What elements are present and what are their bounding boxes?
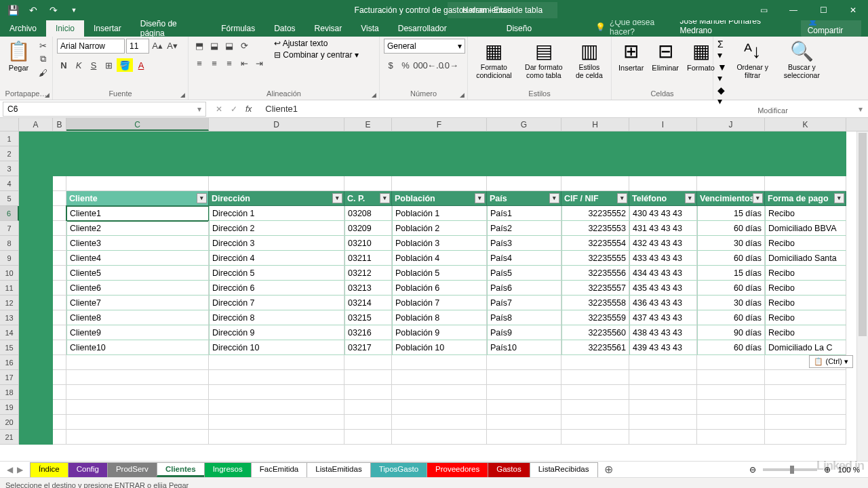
number-launcher-icon[interactable]: ◢	[460, 92, 465, 98]
paste-button[interactable]: 📋 Pegar	[4, 39, 33, 73]
tab-design[interactable]: Diseño	[497, 20, 541, 37]
tab-insert[interactable]: Insertar	[84, 20, 131, 37]
maximize-icon[interactable]: ☐	[808, 0, 838, 20]
qat-customize-icon[interactable]: ▼	[66, 3, 81, 18]
cell[interactable]	[561, 131, 629, 146]
sheet-nav-next-icon[interactable]: ▶	[17, 465, 23, 474]
copy-icon[interactable]: ⧉	[36, 52, 50, 66]
align-center-icon[interactable]: ≡	[208, 56, 221, 70]
font-launcher-icon[interactable]: ◢	[180, 92, 185, 98]
row-header[interactable]: 12	[0, 296, 19, 310]
cell[interactable]: 32235555	[561, 251, 629, 266]
cell[interactable]: 15 días	[697, 266, 765, 281]
filter-dropdown-icon[interactable]: ▾	[617, 193, 627, 203]
cell[interactable]	[392, 385, 487, 400]
cell[interactable]	[629, 415, 697, 430]
row-header[interactable]: 3	[0, 161, 19, 176]
cell[interactable]: 60 días	[697, 281, 765, 296]
cell[interactable]	[697, 131, 765, 146]
sort-filter-button[interactable]: ᴬ↓Ordenar y filtrar	[732, 39, 773, 81]
cell[interactable]	[561, 161, 629, 176]
cell[interactable]	[344, 131, 392, 146]
cell[interactable]: Recibo	[765, 325, 846, 340]
cell[interactable]	[561, 415, 629, 430]
row-header[interactable]: 4	[0, 176, 19, 191]
filter-dropdown-icon[interactable]: ▾	[753, 193, 763, 203]
cell[interactable]	[487, 430, 561, 445]
cell[interactable]: Recibo	[765, 206, 846, 221]
cell[interactable]	[19, 310, 53, 325]
cell[interactable]: 60 días	[697, 310, 765, 325]
cell[interactable]: 60 días	[697, 221, 765, 236]
increase-decimal-icon[interactable]: ←.0	[429, 58, 442, 72]
cell[interactable]: 30 días	[697, 296, 765, 310]
cell[interactable]: Población 7	[392, 296, 487, 310]
cell[interactable]	[344, 400, 392, 415]
align-middle-icon[interactable]: ⬓	[208, 39, 221, 52]
cell[interactable]: 435 43 43 43	[629, 281, 697, 296]
cell[interactable]: País4	[487, 251, 561, 266]
align-left-icon[interactable]: ≡	[193, 56, 206, 70]
new-sheet-button[interactable]: ⊕	[597, 463, 620, 476]
cell[interactable]	[53, 370, 66, 385]
find-select-button[interactable]: 🔍Buscar y seleccionar	[776, 39, 828, 81]
sheet-tab-facemitida[interactable]: FacEmitida	[251, 462, 308, 477]
cell[interactable]: 60 días	[697, 251, 765, 266]
cell[interactable]	[697, 176, 765, 191]
row-header[interactable]: 21	[0, 430, 19, 445]
bold-button[interactable]: N	[57, 58, 71, 72]
cell[interactable]: 437 43 43 43	[629, 310, 697, 325]
cell[interactable]	[19, 340, 53, 355]
cell[interactable]: País▾	[487, 191, 561, 206]
cell[interactable]	[53, 131, 66, 146]
cell[interactable]	[19, 236, 53, 251]
cell[interactable]	[19, 146, 53, 161]
cell[interactable]: 30 días	[697, 236, 765, 251]
cell[interactable]	[19, 221, 53, 236]
comma-icon[interactable]: 000	[414, 58, 427, 72]
cell[interactable]	[629, 355, 697, 370]
cell[interactable]: Recibo	[765, 266, 846, 281]
cell[interactable]	[19, 415, 53, 430]
cell[interactable]: Dirección▾	[209, 191, 344, 206]
cell[interactable]: Población 5	[392, 266, 487, 281]
cell[interactable]	[629, 161, 697, 176]
cell[interactable]	[53, 430, 66, 445]
autosum-icon[interactable]: Σ ▾	[717, 39, 730, 60]
cell[interactable]	[53, 400, 66, 415]
cell[interactable]: Dirección 7	[209, 296, 344, 310]
border-icon[interactable]: ⊞	[102, 58, 115, 72]
decrease-font-icon[interactable]: A▾	[165, 39, 179, 52]
cell[interactable]: 03213	[344, 281, 392, 296]
font-color-icon[interactable]: A	[134, 58, 148, 72]
cell[interactable]	[629, 430, 697, 445]
cell[interactable]	[209, 385, 344, 400]
format-cells-button[interactable]: ▦Formato	[684, 39, 717, 73]
cell[interactable]	[19, 325, 53, 340]
cell[interactable]: Recibo	[765, 310, 846, 325]
cell[interactable]	[19, 266, 53, 281]
cell[interactable]: Población 1	[392, 206, 487, 221]
column-header-E[interactable]: E	[344, 118, 392, 131]
cell[interactable]	[53, 340, 66, 355]
column-header-B[interactable]: B	[53, 118, 66, 131]
cell[interactable]	[765, 146, 846, 161]
cell[interactable]	[561, 385, 629, 400]
cell[interactable]	[53, 325, 66, 340]
cell[interactable]	[629, 400, 697, 415]
cell[interactable]: Dirección 2	[209, 221, 344, 236]
cell[interactable]: 32235560	[561, 325, 629, 340]
wrap-text-button[interactable]: ↩ Ajustar texto	[274, 39, 359, 48]
row-header[interactable]: 18	[0, 385, 19, 400]
tell-me-search[interactable]: 💡 ¿Qué desea hacer?	[595, 18, 679, 37]
tab-layout[interactable]: Diseño de página	[131, 20, 212, 37]
cell[interactable]	[392, 161, 487, 176]
cell[interactable]: 32235557	[561, 281, 629, 296]
cell[interactable]	[19, 281, 53, 296]
cell[interactable]	[209, 146, 344, 161]
cell[interactable]: 436 43 43 43	[629, 296, 697, 310]
format-painter-icon[interactable]: 🖌	[36, 66, 50, 79]
cell[interactable]	[66, 430, 209, 445]
cell-styles-button[interactable]: ▥Estilos de celda	[572, 39, 607, 81]
row-header[interactable]: 1	[0, 131, 19, 146]
